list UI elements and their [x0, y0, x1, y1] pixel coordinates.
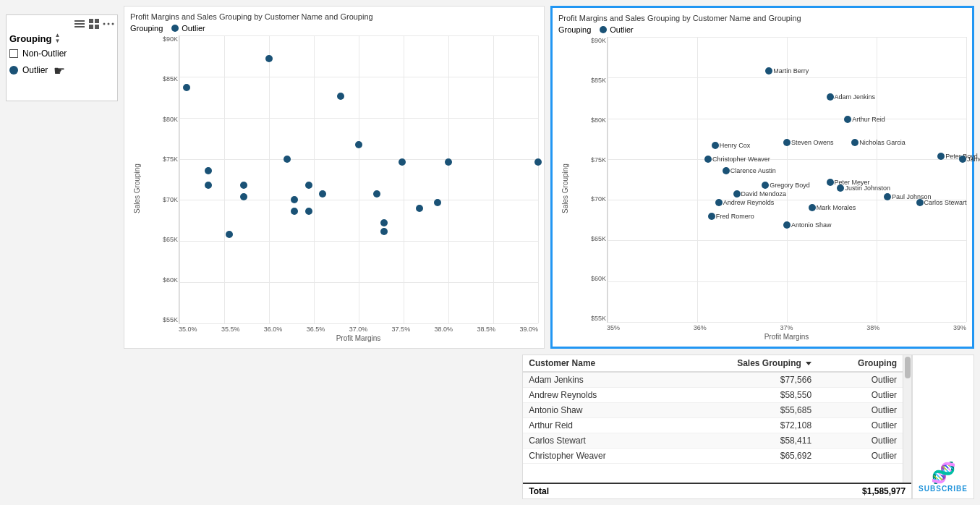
data-point[interactable] [337, 93, 344, 100]
data-point[interactable] [205, 182, 212, 189]
data-point[interactable] [205, 167, 212, 174]
right-point-label: Clarence Austin [730, 167, 776, 174]
right-data-point[interactable] [827, 93, 834, 101]
data-point[interactable] [380, 228, 388, 235]
cell-name: Adam Jenkins [523, 372, 672, 388]
outlier-dot [9, 66, 18, 75]
right-data-point[interactable] [708, 213, 715, 220]
right-data-point[interactable] [884, 193, 891, 200]
sort-down-icon [806, 362, 811, 365]
right-x-tick-labels: 35% 36% 37% 38% 39% [607, 324, 966, 331]
right-data-point[interactable] [733, 190, 741, 198]
data-point[interactable] [240, 193, 247, 200]
x-tick-355: 35.5% [221, 326, 240, 333]
data-point[interactable] [399, 158, 406, 166]
svg-rect-4 [95, 19, 99, 23]
x-tick-39: 39% [953, 324, 966, 331]
filter-panel: Grouping ▲ ▼ Non-Outlier Outlier ☛ [6, 14, 118, 101]
left-scatter-area: Sales Grouping $90K $85K $80K $75K $70K … [130, 35, 538, 342]
total-value: $1,585,977 [862, 486, 906, 496]
right-data-point[interactable] [712, 142, 719, 149]
y-tick-70k: $70K [149, 196, 178, 203]
right-data-point[interactable] [959, 156, 966, 163]
data-point[interactable] [226, 231, 233, 238]
cell-grouping: Outlier [817, 418, 903, 433]
grid-icon[interactable] [88, 18, 100, 30]
cell-name: Carlos Stewart [523, 433, 672, 449]
y-tick-55k: $55K [149, 316, 178, 323]
data-point[interactable] [373, 190, 380, 198]
right-legend-grouping-label: Grouping [558, 25, 591, 34]
data-point[interactable] [291, 208, 298, 215]
right-data-point[interactable] [937, 153, 945, 160]
cell-sales: $58,411 [673, 433, 818, 449]
right-data-point[interactable] [704, 156, 712, 163]
right-y-axis-label: Sales Grouping [558, 37, 572, 341]
data-point[interactable] [265, 55, 273, 62]
right-point-label: James Foster [967, 156, 980, 163]
right-data-point[interactable] [762, 182, 769, 189]
right-data-point[interactable] [715, 199, 723, 206]
x-tick-38: 38% [866, 324, 879, 331]
legend-outlier: Outlier [171, 24, 205, 33]
left-chart-title: Profit Margins and Sales Grouping by Cus… [130, 12, 538, 21]
data-point[interactable] [183, 84, 190, 91]
x-tick-35: 35% [607, 324, 620, 331]
data-point[interactable] [434, 199, 441, 206]
data-point[interactable] [445, 158, 452, 166]
col-sales-grouping[interactable]: Sales Grouping [673, 355, 818, 372]
data-point[interactable] [534, 158, 542, 166]
right-chart-title: Profit Margins and Sales Grouping by Cus… [558, 14, 966, 22]
grouping-header[interactable]: Grouping ▲ ▼ [9, 33, 114, 44]
right-data-point[interactable] [783, 139, 791, 146]
right-data-point[interactable] [851, 139, 858, 146]
x-tick-365: 36.5% [307, 326, 325, 333]
data-point[interactable] [380, 219, 388, 226]
right-data-point[interactable] [765, 67, 772, 75]
svg-rect-1 [74, 23, 85, 25]
data-point[interactable] [305, 182, 312, 189]
table-row: Adam Jenkins $77,566 Outlier [523, 372, 903, 388]
legend-item-outlier[interactable]: Outlier ☛ [9, 61, 114, 79]
table-row: Arthur Reid $72,108 Outlier [523, 418, 903, 433]
lines-icon[interactable] [74, 18, 85, 30]
table-row: Christopher Weaver $65,692 Outlier [523, 449, 903, 464]
right-point-label: Arthur Reid [852, 116, 885, 123]
data-point[interactable] [416, 205, 423, 212]
data-point[interactable] [291, 196, 298, 203]
subscribe-button[interactable]: 🧬 SUBSCRIBE [912, 355, 974, 499]
right-data-point[interactable] [916, 199, 924, 206]
left-y-axis-label: Sales Grouping [130, 35, 144, 342]
right-point-label: Martin Berry [773, 67, 809, 75]
sort-arrows: ▲ ▼ [55, 33, 61, 44]
data-point[interactable] [305, 208, 312, 215]
data-point[interactable] [355, 141, 362, 148]
data-point[interactable] [319, 190, 326, 198]
bottom-section: Customer Name Sales Grouping Grouping Ad… [124, 355, 974, 499]
right-data-point[interactable] [837, 184, 844, 192]
cell-name: Christopher Weaver [523, 449, 672, 464]
right-chart: Profit Margins and Sales Grouping by Cus… [550, 6, 974, 349]
right-data-point[interactable] [844, 116, 851, 123]
data-point[interactable] [240, 182, 247, 189]
table-scrollbar[interactable] [903, 355, 911, 483]
data-point[interactable] [284, 156, 291, 163]
left-chart-inner: $90K $85K $80K $75K $70K $65K $60K $55K [144, 35, 538, 342]
right-data-point[interactable] [809, 204, 816, 211]
y-tick-90k: $90K [149, 35, 178, 43]
cell-grouping: Outlier [817, 388, 903, 403]
scroll-thumb[interactable] [905, 357, 911, 378]
svg-rect-0 [74, 20, 85, 22]
bottom-spacer [124, 355, 505, 499]
cell-sales: $65,692 [673, 449, 818, 464]
right-data-point[interactable] [723, 167, 730, 174]
more-icon[interactable] [103, 18, 114, 30]
svg-rect-2 [74, 26, 85, 27]
legend-item-non-outlier[interactable]: Non-Outlier [9, 48, 114, 59]
right-point-label: Gregory Boyd [770, 182, 810, 189]
y-tick-65k: $65K [149, 236, 178, 243]
dna-icon: 🧬 [931, 461, 956, 485]
non-outlier-checkbox[interactable] [9, 49, 18, 58]
right-data-point[interactable] [783, 221, 791, 229]
right-data-point[interactable] [827, 179, 834, 186]
